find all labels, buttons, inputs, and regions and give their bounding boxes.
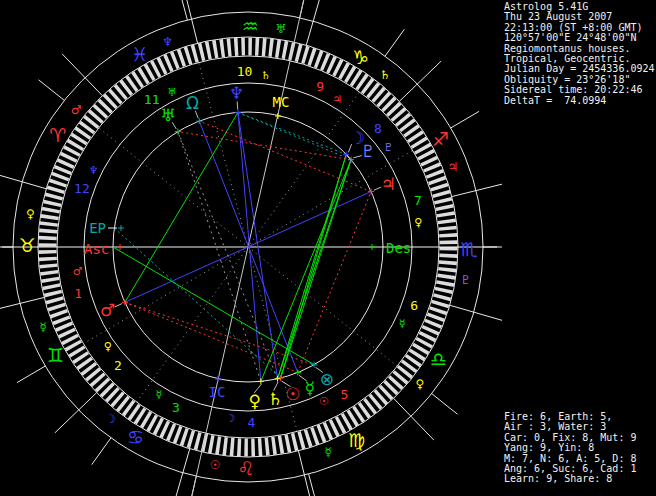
- ep-angle-label: EP: [89, 220, 106, 236]
- house-cusp-row: [504, 121, 656, 131]
- sextile-aspect-line: [238, 112, 351, 159]
- house-cusp-row: [504, 194, 656, 204]
- sagittarius-ruler-icon: ♃: [447, 160, 458, 174]
- house-number: 6: [410, 298, 418, 313]
- mc-angle-label: MC: [273, 94, 290, 110]
- house-cusp-row: [504, 173, 656, 183]
- planet-row: [504, 316, 656, 326]
- house-number: 2: [114, 358, 122, 373]
- sign-division-line: [62, 54, 102, 96]
- house-number: 11: [144, 92, 160, 107]
- house-number: 9: [316, 79, 324, 94]
- des-angle-label: Des: [386, 240, 411, 256]
- leo-sign-icon: ♌: [237, 457, 254, 479]
- pluto-glyph-icon: ♇: [360, 141, 375, 161]
- cusp-extension-line: [39, 80, 65, 101]
- planet-row: [504, 357, 656, 367]
- jupiter-glyph-icon: ♃: [381, 174, 396, 194]
- house-cusp-row: [504, 132, 656, 142]
- conjunction-aspect-line: [346, 154, 351, 159]
- pointer-line: [115, 304, 122, 307]
- planet-position-list: [504, 243, 656, 399]
- element-statistics-block: Fire: 6, Earth: 5,Air : 3, Water: 3Car: …: [504, 412, 656, 485]
- house-ruler-icon: ♅: [167, 86, 177, 99]
- libra-ruler-icon: ♀: [416, 377, 425, 391]
- sagittarius-sign-icon: ♐: [432, 128, 449, 150]
- planet-row: [504, 274, 656, 284]
- house-cusp-row: [504, 205, 656, 215]
- house-cusp-list: [504, 111, 656, 236]
- planet-row: [504, 305, 656, 315]
- house-ruler-icon: ☿: [156, 388, 163, 401]
- opposition-aspect-line: [238, 112, 278, 378]
- quincunx-aspect-line: [178, 132, 278, 379]
- uranus-glyph-icon: ♅: [160, 105, 175, 125]
- stat-line: Learn: 9, Share: 8: [504, 474, 656, 484]
- house-cusp-row: [504, 184, 656, 194]
- planet-row: [504, 253, 656, 263]
- house-ruler-icon: ☽: [225, 412, 235, 425]
- house-number: 8: [374, 121, 382, 136]
- sign-division-line: [0, 297, 44, 311]
- cusp-extension-line: [432, 394, 458, 415]
- house-ruler-icon: ☿: [399, 317, 406, 330]
- house-ruler-icon: ♇: [383, 141, 393, 154]
- house-cusp-row: [504, 225, 656, 235]
- fortune-glyph-icon: ⊗: [320, 369, 334, 389]
- pisces-ruler-icon: ♆: [162, 35, 173, 49]
- house-number: 4: [248, 415, 256, 430]
- cusp-extension-line: [17, 366, 45, 383]
- planet-row: [504, 243, 656, 253]
- cusp-extension-line: [451, 111, 479, 128]
- house-number: 10: [237, 64, 253, 79]
- mercury-glyph-icon: ☿: [305, 378, 315, 398]
- scorpio-sign-icon: ♏: [460, 238, 477, 260]
- natal-chart-wheel: 1♂2♀3☿4☽5☉6☿7♀8♇9♃10♄11♅12♆♈♂♉♀♊☿♋☽♌☉♍☿♎…: [0, 0, 502, 496]
- cancer-sign-icon: ♋: [127, 426, 144, 448]
- cusp-extension-line: [179, 0, 188, 20]
- sign-division-line: [306, 0, 322, 45]
- sign-division-line: [0, 173, 46, 189]
- info-panel: Astrolog 5.41GThu 23 August 200722:13:00…: [502, 0, 656, 496]
- house-cusp-row: [504, 111, 656, 121]
- planet-row: [504, 285, 656, 295]
- header-line: Sidereal time: 20:22:46: [504, 85, 656, 95]
- planet-row: [504, 388, 656, 398]
- aries-ruler-icon: ♂: [71, 103, 82, 117]
- house-ruler-icon: ♀: [414, 216, 422, 229]
- house-cusp-row: [504, 215, 656, 225]
- libra-sign-icon: ♎: [430, 348, 447, 370]
- cusp-extension-line: [385, 29, 404, 56]
- house-number: 1: [74, 286, 82, 301]
- house-cusp-row: [504, 153, 656, 163]
- node-glyph-icon: Ω: [186, 93, 199, 113]
- cusp-extension-line: [309, 474, 318, 496]
- saturn-glyph-icon: ♄: [267, 389, 282, 409]
- sign-division-line: [450, 305, 502, 321]
- asc-angle-label: Asc: [84, 241, 109, 257]
- header-line: DeltaT = 74.0994: [504, 96, 656, 106]
- virgo-sign-icon: ♍: [348, 429, 365, 451]
- sign-division-line: [399, 61, 441, 101]
- stat-line: Yang: 9, Yin: 8: [504, 443, 656, 453]
- cusp-extension-line: [92, 438, 111, 465]
- scorpio-ruler-icon: ♇: [460, 273, 471, 287]
- house-number: 12: [74, 181, 90, 196]
- pisces-sign-icon: ♓: [131, 43, 148, 65]
- house-number: 7: [414, 193, 422, 208]
- planet-row: [504, 264, 656, 274]
- planet-row: [504, 368, 656, 378]
- venus-glyph-icon: ♀: [248, 391, 260, 411]
- taurus-sign-icon: ♉: [18, 234, 35, 256]
- cancer-ruler-icon: ☽: [105, 412, 116, 426]
- planet-row: [504, 337, 656, 347]
- gemini-sign-icon: ♊: [47, 344, 64, 366]
- virgo-ruler-icon: ☿: [325, 445, 332, 459]
- house-number: 3: [172, 400, 180, 415]
- quincunx-aspect-line: [178, 132, 261, 382]
- house-number: 5: [340, 387, 348, 402]
- leo-ruler-icon: ☉: [210, 458, 221, 472]
- aquarius-ruler-icon: ♅: [276, 22, 287, 36]
- sign-division-line: [394, 398, 434, 440]
- trine-aspect-line: [278, 154, 347, 378]
